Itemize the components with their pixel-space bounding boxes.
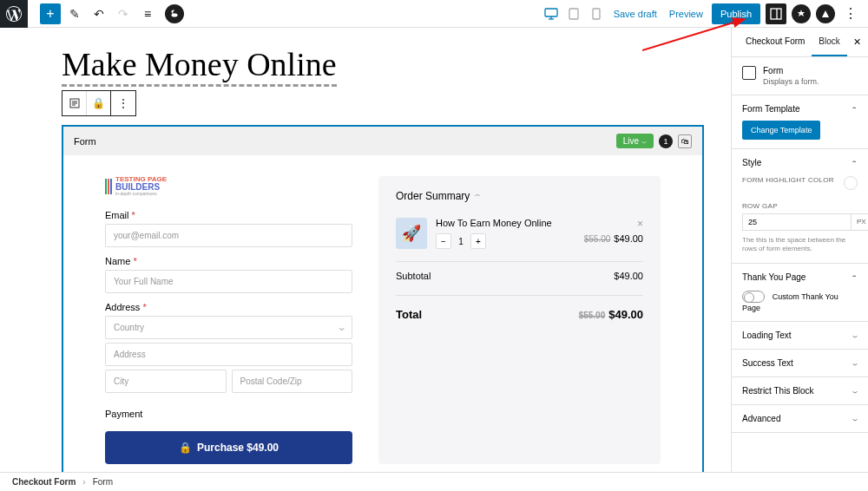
tab-checkout-form[interactable]: Checkout Form: [739, 28, 812, 56]
form-header-label: Form: [74, 136, 96, 147]
toolbar-left: + ✎ ↶ ↷ ≡: [0, 0, 184, 28]
change-template-button[interactable]: Change Template: [742, 121, 820, 140]
preview-link[interactable]: Preview: [666, 9, 707, 19]
custom-thank-you-toggle[interactable]: [742, 291, 765, 303]
form-block-header: Form Live ⌵ 1 🛍: [63, 127, 702, 155]
qty-plus-button[interactable]: +: [470, 233, 486, 249]
mobile-icon[interactable]: [588, 5, 605, 23]
color-swatch[interactable]: [844, 176, 858, 190]
order-summary-title[interactable]: Order Summary ⌵: [396, 190, 643, 202]
order-item: 🚀 How To Earn Money Online − 1 + ×: [396, 218, 643, 262]
form-header-right: Live ⌵ 1 🛍: [616, 134, 692, 148]
advanced-header[interactable]: Advanced ⌵: [742, 414, 858, 423]
sidebar-tabs: Checkout Form Block ✕: [732, 28, 868, 57]
add-block-button[interactable]: +: [40, 3, 61, 24]
address-label: Address *: [105, 302, 352, 312]
tablet-icon[interactable]: [565, 5, 582, 23]
chevron-up-icon: ⌵: [475, 193, 480, 200]
surecart-logo-icon[interactable]: [165, 4, 184, 23]
form-template-header[interactable]: Form Template ⌃: [742, 104, 858, 114]
block-name: Form: [763, 66, 819, 75]
order-summary: Order Summary ⌵ 🚀 How To Earn Money Onli…: [378, 176, 661, 464]
settings-sidebar: Checkout Form Block ✕ Form Displays a fo…: [731, 28, 868, 472]
chevron-up-icon: ⌃: [851, 106, 858, 112]
chevron-down-icon: ⌵: [852, 360, 858, 366]
product-image: 🚀: [396, 218, 427, 249]
block-description: Displays a form.: [763, 77, 819, 86]
qty-value: 1: [451, 237, 470, 246]
email-field[interactable]: your@email.com: [105, 224, 352, 247]
editor-inner: Make Money Online 🔒 ⋮ Form Live ⌵ 1 🛍: [27, 45, 704, 472]
success-text-header[interactable]: Success Text ⌵: [742, 358, 858, 368]
thank-you-header[interactable]: Thank You Page ⌃: [742, 272, 858, 282]
svg-rect-4: [593, 9, 600, 19]
top-toolbar: + ✎ ↶ ↷ ≡ Save draft Preview Publish ⋮: [0, 0, 868, 28]
svg-rect-5: [771, 9, 781, 19]
payment-label: Payment: [105, 409, 352, 419]
chevron-down-icon: ⌵: [852, 388, 858, 394]
item-price: $55.00$49.00: [584, 233, 643, 244]
remove-item-button[interactable]: ×: [637, 218, 643, 230]
desktop-icon[interactable]: [542, 5, 560, 23]
chevron-down-icon: ⌵: [852, 332, 858, 338]
close-sidebar-button[interactable]: ✕: [853, 36, 861, 48]
surecart-circle-icon[interactable]: [792, 4, 811, 23]
row-gap-input[interactable]: [742, 213, 852, 231]
success-text-section: Success Text ⌵: [732, 350, 868, 377]
astra-icon[interactable]: [816, 4, 835, 23]
block-more-icon[interactable]: ⋮: [111, 91, 135, 115]
restrict-header[interactable]: Restrict This Block ⌵: [742, 386, 858, 396]
main-area: Make Money Online 🔒 ⋮ Form Live ⌵ 1 🛍: [0, 28, 868, 472]
edit-icon[interactable]: ✎: [64, 3, 85, 24]
purchase-button[interactable]: 🔒 Purchase $49.00: [105, 431, 352, 464]
lock-icon[interactable]: 🔒: [87, 91, 111, 115]
form-block[interactable]: Form Live ⌵ 1 🛍: [62, 125, 704, 472]
row-gap-unit[interactable]: PX: [852, 213, 868, 231]
page-title[interactable]: Make Money Online: [62, 46, 337, 87]
email-label: Email *: [105, 210, 352, 220]
restrict-section: Restrict This Block ⌵: [732, 377, 868, 405]
publish-button[interactable]: Publish: [712, 3, 760, 24]
breadcrumb-checkout-form[interactable]: Checkout Form: [12, 477, 76, 487]
block-type-icon[interactable]: [62, 91, 87, 115]
breadcrumb-sep: ›: [82, 477, 85, 487]
name-field[interactable]: Your Full Name: [105, 270, 352, 293]
highlight-color-label: FORM HIGHLIGHT COLOR: [742, 176, 834, 184]
block-info-section: Form Displays a form.: [732, 57, 868, 95]
advanced-section: Advanced ⌵: [732, 405, 868, 433]
style-header[interactable]: Style ⌃: [742, 158, 858, 167]
address-field[interactable]: Address: [105, 343, 352, 366]
lock-icon: 🔒: [179, 442, 192, 454]
block-toolbar: 🔒 ⋮: [62, 90, 704, 116]
form-content: TESTING PAGE BUILDERS in-depth compariso…: [63, 155, 702, 472]
loading-text-section: Loading Text ⌵: [732, 322, 868, 350]
toolbar-right: Save draft Preview Publish ⋮: [542, 3, 861, 24]
qty-minus-button[interactable]: −: [436, 233, 451, 249]
row-gap-label: ROW GAP: [742, 202, 858, 210]
breadcrumb: Checkout Form › Form: [0, 472, 868, 491]
cart-icon[interactable]: 🛍: [678, 134, 692, 148]
country-select[interactable]: Country⌵: [105, 316, 352, 339]
form-template-section: Form Template ⌃ Change Template: [732, 95, 868, 149]
undo-icon[interactable]: ↶: [89, 3, 109, 24]
save-draft-link[interactable]: Save draft: [610, 9, 661, 19]
brand-logo: TESTING PAGE BUILDERS in-depth compariso…: [105, 176, 352, 196]
thank-you-section: Thank You Page ⌃ Custom Thank You Page: [732, 264, 868, 322]
name-label: Name *: [105, 256, 352, 266]
breadcrumb-form[interactable]: Form: [93, 477, 113, 487]
settings-panel-toggle[interactable]: [766, 3, 786, 24]
redo-icon[interactable]: ↷: [113, 3, 134, 24]
product-name: How To Earn Money Online: [436, 218, 643, 228]
loading-text-header[interactable]: Loading Text ⌵: [742, 331, 858, 340]
chevron-down-icon: ⌵: [852, 416, 858, 422]
chevron-up-icon: ⌃: [851, 160, 858, 166]
postal-field[interactable]: Postal Code/Zip: [232, 370, 353, 393]
wordpress-logo[interactable]: [0, 0, 28, 28]
more-options-icon[interactable]: ⋮: [840, 3, 861, 24]
live-badge[interactable]: Live ⌵: [616, 134, 654, 148]
list-view-icon[interactable]: ≡: [137, 3, 158, 24]
row-gap-help: The this is the space between the rows o…: [742, 236, 858, 254]
editor-canvas: Make Money Online 🔒 ⋮ Form Live ⌵ 1 🛍: [0, 28, 731, 472]
city-field[interactable]: City: [105, 370, 227, 393]
tab-block[interactable]: Block: [812, 28, 846, 56]
